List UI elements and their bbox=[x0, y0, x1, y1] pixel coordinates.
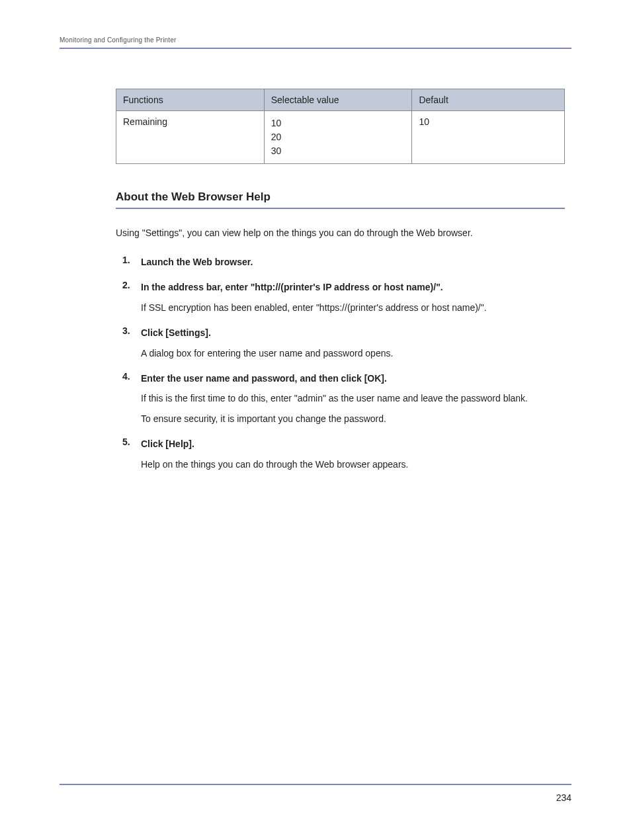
main-content: Functions Selectable value Default Remai… bbox=[60, 89, 571, 472]
functions-table: Functions Selectable value Default Remai… bbox=[116, 89, 565, 164]
step-item: Launch the Web browser. bbox=[122, 255, 565, 269]
step-title: Click [Help]. bbox=[141, 437, 565, 451]
page-number: 234 bbox=[556, 792, 571, 803]
steps-list: Launch the Web browser. In the address b… bbox=[116, 255, 565, 472]
section-heading: About the Web Browser Help bbox=[116, 190, 565, 209]
col-header-default: Default bbox=[412, 89, 565, 111]
table-header-row: Functions Selectable value Default bbox=[116, 89, 565, 111]
table-row: Remaining 10 20 30 10 bbox=[116, 111, 565, 164]
page-footer: 234 bbox=[60, 784, 571, 804]
step-detail: To ensure security, it is important you … bbox=[141, 411, 565, 426]
step-title: In the address bar, enter "http://(print… bbox=[141, 280, 565, 294]
col-header-selectable: Selectable value bbox=[264, 89, 412, 111]
step-item: Click [Help]. Help on the things you can… bbox=[122, 437, 565, 472]
section-intro: Using "Settings", you can view help on t… bbox=[116, 226, 565, 240]
breadcrumb: Monitoring and Configuring the Printer bbox=[60, 36, 571, 44]
step-item: Enter the user name and password, and th… bbox=[122, 371, 565, 426]
step-title: Enter the user name and password, and th… bbox=[141, 371, 565, 386]
cell-functions: Remaining bbox=[116, 111, 265, 164]
page-header: Monitoring and Configuring the Printer bbox=[60, 36, 571, 49]
step-title: Click [Settings]. bbox=[141, 325, 565, 340]
step-detail: If SSL encryption has been enabled, ente… bbox=[141, 300, 565, 315]
col-header-functions: Functions bbox=[116, 89, 265, 111]
step-item: In the address bar, enter "http://(print… bbox=[122, 280, 565, 315]
cell-selectable: 10 20 30 bbox=[264, 111, 412, 164]
step-item: Click [Settings]. A dialog box for enter… bbox=[122, 325, 565, 360]
step-detail: A dialog box for entering the user name … bbox=[141, 346, 565, 360]
step-detail: If this is the first time to do this, en… bbox=[141, 391, 565, 405]
cell-default: 10 bbox=[412, 111, 565, 164]
step-title: Launch the Web browser. bbox=[141, 255, 565, 269]
step-detail: Help on the things you can do through th… bbox=[141, 457, 565, 472]
